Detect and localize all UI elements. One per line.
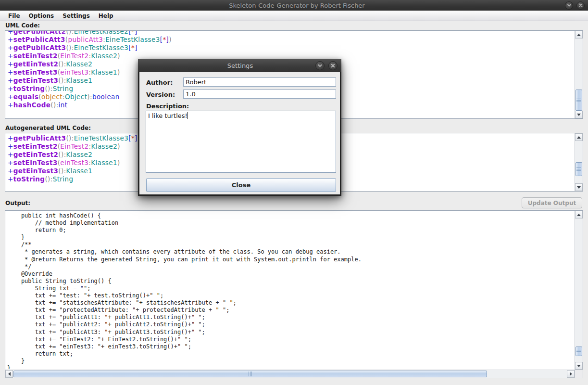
close-icon (578, 3, 583, 8)
window-title: Skeleton-Code-Generator by Robert Fische… (0, 2, 565, 9)
menu-help[interactable]: Help (94, 12, 118, 20)
scroll-up-button[interactable] (575, 31, 583, 38)
close-button[interactable]: Close (146, 178, 336, 192)
dialog-close-button[interactable] (328, 61, 338, 70)
update-output-button[interactable]: Update Output (522, 197, 582, 208)
chevron-down-icon (567, 3, 572, 8)
scrollbar-corner (575, 370, 583, 378)
arrow-up-icon (577, 34, 581, 36)
grip-icon (249, 372, 252, 376)
scroll-right-button[interactable] (567, 370, 575, 378)
author-label: Author: (146, 79, 173, 86)
arrow-right-icon (570, 372, 572, 376)
description-label: Description: (146, 103, 189, 110)
output-horizontal-scrollbar[interactable] (5, 370, 575, 378)
description-field[interactable]: I like turtles! (146, 111, 336, 173)
uml-code-line: +setPublicAtt3(publicAtt3:EineTestKlasse… (8, 36, 574, 44)
output-vscrollbar-thumb[interactable] (575, 346, 582, 356)
close-icon (330, 63, 336, 68)
arrow-up-icon (577, 136, 581, 139)
output-label: Output: (5, 200, 30, 206)
menu-file[interactable]: File (4, 12, 25, 20)
output-vertical-scrollbar[interactable] (575, 211, 583, 370)
auto-scrollbar-thumb[interactable] (575, 162, 582, 176)
scroll-down-button[interactable] (575, 111, 583, 118)
uml-vertical-scrollbar[interactable] (575, 31, 583, 118)
arrow-down-icon (577, 114, 581, 116)
window-titlebar: Skeleton-Code-Generator by Robert Fische… (0, 0, 588, 11)
window-close-button[interactable] (576, 1, 585, 10)
output-pane: public int hashCode() { // method implem… (5, 210, 583, 378)
arrow-down-icon (577, 186, 581, 189)
dialog-titlebar: Settings (138, 59, 341, 72)
auto-vertical-scrollbar[interactable] (575, 133, 583, 191)
description-text: I like turtles! (148, 112, 188, 119)
window-shade-button[interactable] (565, 1, 573, 10)
version-field[interactable] (183, 90, 336, 99)
auto-uml-label: Autogenerated UML Code: (5, 125, 91, 131)
version-label: Version: (146, 91, 175, 98)
settings-dialog: Settings Author: Version: Description: I… (138, 59, 341, 196)
chevron-down-icon (317, 63, 323, 68)
dialog-shade-button[interactable] (315, 61, 325, 70)
menu-settings[interactable]: Settings (58, 12, 94, 20)
grip-icon (576, 350, 581, 353)
text-caret (188, 112, 188, 119)
scroll-left-button[interactable] (5, 370, 13, 378)
scroll-down-button[interactable] (575, 362, 583, 370)
menu-options[interactable]: Options (25, 12, 59, 20)
author-field[interactable] (183, 77, 336, 87)
arrow-down-icon (577, 365, 581, 367)
uml-code-line: +getPublicAtt2():EineTestKlasse2[*] (8, 31, 574, 36)
scroll-up-button[interactable] (575, 133, 583, 141)
arrow-up-icon (577, 214, 581, 216)
uml-code-label: UML Code: (5, 22, 40, 29)
scroll-up-button[interactable] (575, 211, 583, 218)
uml-scrollbar-thumb[interactable] (575, 90, 582, 111)
scroll-down-button[interactable] (575, 183, 583, 191)
arrow-left-icon (8, 372, 11, 376)
grip-icon (576, 99, 581, 102)
dialog-title: Settings (138, 62, 315, 69)
uml-code-line: +getPublicAtt3():EineTestKlasse3[*] (8, 44, 574, 52)
output-textarea[interactable]: public int hashCode() { // method implem… (6, 211, 574, 369)
menu-bar: File Options Settings Help (0, 11, 588, 21)
output-hscrollbar-thumb[interactable] (13, 371, 487, 377)
grip-icon (576, 167, 581, 171)
